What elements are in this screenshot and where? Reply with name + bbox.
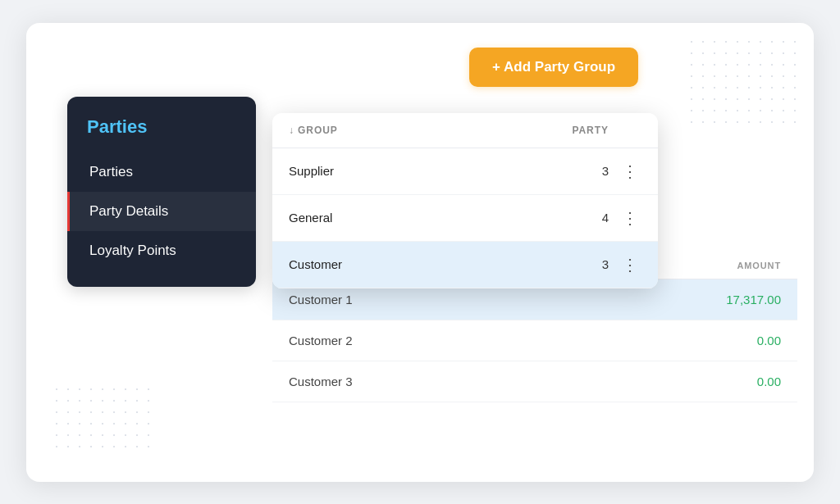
sidebar: Parties Parties Party Details Loyalty Po…	[67, 97, 256, 287]
sidebar-item-party-details[interactable]: Party Details	[67, 192, 256, 231]
dropdown-row-supplier[interactable]: Supplier 3 ⋮	[272, 148, 658, 195]
dropdown-row-supplier-label: Supplier	[289, 164, 584, 178]
dropdown-col-group-label: GROUP	[298, 125, 338, 136]
dot-pattern-bl	[51, 384, 149, 457]
dropdown-row-supplier-count: 3	[584, 164, 609, 178]
dropdown-col-party: PARTY	[535, 125, 609, 136]
dropdown-popup: ↓ GROUP PARTY Supplier 3 ⋮ General 4 ⋮ C…	[272, 113, 658, 288]
sidebar-item-parties-label: Parties	[89, 164, 133, 179]
dropdown-row-customer-label: Customer	[289, 257, 584, 271]
sidebar-title: Parties	[67, 116, 256, 152]
dropdown-row-general-count: 4	[584, 211, 609, 225]
dropdown-col-group: ↓ GROUP	[289, 125, 535, 136]
bg-table-row-customer3[interactable]: Customer 3 0.00	[272, 361, 797, 402]
bg-row-customer3-label: Customer 3	[289, 375, 757, 388]
add-button-label: + Add Party Group	[492, 59, 615, 75]
bg-row-customer3-amount: 0.00	[757, 375, 781, 388]
dropdown-row-general-label: General	[289, 211, 584, 225]
add-party-group-button[interactable]: + Add Party Group	[469, 48, 638, 87]
main-area: + Add Party Group AMOUNT Customer 1 17,3…	[264, 23, 814, 482]
dropdown-row-supplier-menu-icon[interactable]: ⋮	[619, 161, 641, 181]
bg-col-amount-header: AMOUNT	[737, 261, 781, 270]
bg-row-customer2-label: Customer 2	[289, 334, 757, 347]
main-screen: Parties Parties Party Details Loyalty Po…	[26, 23, 814, 482]
dropdown-row-general[interactable]: General 4 ⋮	[272, 195, 658, 242]
dropdown-row-general-menu-icon[interactable]: ⋮	[619, 208, 641, 228]
bg-row-customer2-amount: 0.00	[757, 334, 781, 347]
bg-row-customer1-amount: 17,317.00	[726, 293, 781, 306]
dropdown-row-customer[interactable]: Customer 3 ⋮	[272, 242, 658, 288]
bg-row-customer1-label: Customer 1	[289, 293, 726, 306]
dropdown-header: ↓ GROUP PARTY	[272, 113, 658, 148]
sidebar-item-loyalty-points-label: Loyalty Points	[89, 243, 176, 258]
dropdown-row-customer-count: 3	[584, 257, 609, 271]
bg-table-row-customer2[interactable]: Customer 2 0.00	[272, 320, 797, 361]
sidebar-item-party-details-label: Party Details	[89, 203, 168, 219]
dropdown-row-customer-menu-icon[interactable]: ⋮	[619, 255, 641, 275]
sidebar-item-parties[interactable]: Parties	[67, 152, 256, 192]
sidebar-item-loyalty-points[interactable]: Loyalty Points	[67, 231, 256, 270]
sort-down-icon: ↓	[289, 125, 294, 136]
